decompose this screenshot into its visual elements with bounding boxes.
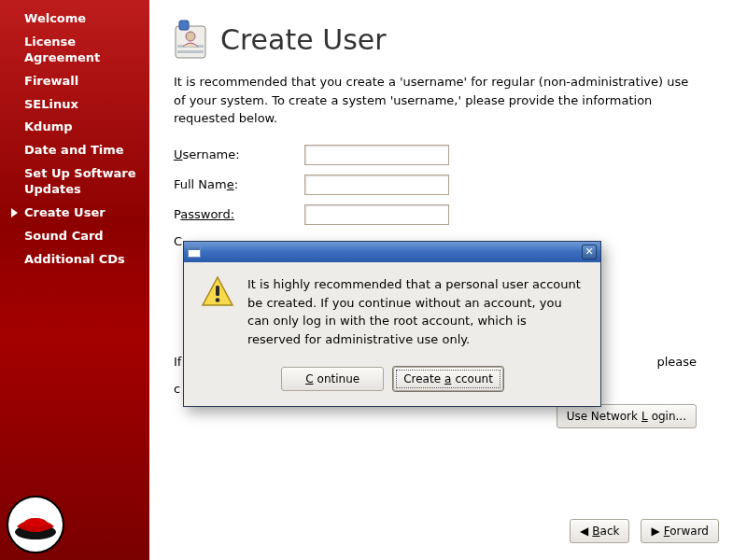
continue-button[interactable]: Continue — [281, 367, 384, 391]
sidebar-item-soundcard[interactable]: Sound Card — [11, 225, 144, 248]
sidebar-item-welcome[interactable]: Welcome — [11, 7, 144, 31]
password-input[interactable] — [304, 204, 449, 225]
warning-dialog: ✕ It is highly recommended that a person… — [183, 241, 601, 407]
close-icon[interactable]: ✕ — [582, 245, 597, 259]
svg-rect-5 — [179, 21, 189, 30]
svg-point-10 — [216, 298, 220, 302]
dialog-message: It is highly recommended that a personal… — [247, 275, 584, 348]
window-icon — [188, 246, 201, 258]
redhat-logo-icon — [6, 495, 65, 554]
title-row: Create User — [174, 19, 719, 60]
fullname-input[interactable] — [304, 175, 449, 195]
svg-point-3 — [24, 518, 47, 527]
svg-rect-9 — [216, 286, 219, 296]
sidebar-item-selinux[interactable]: SELinux — [11, 93, 144, 117]
wizard-footer: ◀ Back ▶ Forward — [570, 519, 719, 543]
username-input[interactable] — [304, 145, 449, 165]
page-intro: It is recommended that you create a 'use… — [174, 73, 697, 128]
user-badge-icon — [174, 19, 207, 60]
note-left-fragment: If — [174, 353, 181, 371]
back-button[interactable]: ◀ Back — [570, 519, 629, 543]
sidebar: Welcome License Agreement Firewall SELin… — [0, 0, 149, 560]
sidebar-item-kdump[interactable]: Kdump — [11, 116, 144, 139]
dialog-titlebar[interactable]: ✕ — [184, 242, 600, 262]
app-root: Welcome License Agreement Firewall SELin… — [0, 0, 747, 560]
create-account-button[interactable]: Create account — [393, 367, 503, 391]
forward-button[interactable]: ▶ Forward — [641, 519, 719, 543]
password-label: Password: — [174, 207, 304, 221]
warning-icon — [201, 275, 234, 309]
svg-rect-7 — [177, 50, 204, 53]
arrow-left-icon: ◀ — [580, 525, 588, 537]
username-label: Username: — [174, 147, 304, 161]
sidebar-item-updates[interactable]: Set Up Software Updates — [11, 162, 144, 202]
svg-point-8 — [186, 32, 195, 41]
sidebar-item-license[interactable]: License Agreement — [11, 31, 144, 70]
sidebar-item-datetime[interactable]: Date and Time — [11, 139, 144, 162]
sidebar-item-firewall[interactable]: Firewall — [11, 70, 144, 93]
page-title: Create User — [220, 23, 387, 56]
sidebar-item-additionalcds[interactable]: Additional CDs — [11, 248, 144, 272]
use-network-login-button[interactable]: Use Network Login... — [557, 404, 697, 428]
note-right-fragment: please — [656, 353, 697, 371]
fullname-label: Full Name: — [174, 177, 304, 191]
arrow-right-icon: ▶ — [651, 525, 659, 537]
sidebar-list: Welcome License Agreement Firewall SELin… — [11, 7, 144, 272]
sidebar-item-create-user[interactable]: Create User — [11, 202, 144, 225]
